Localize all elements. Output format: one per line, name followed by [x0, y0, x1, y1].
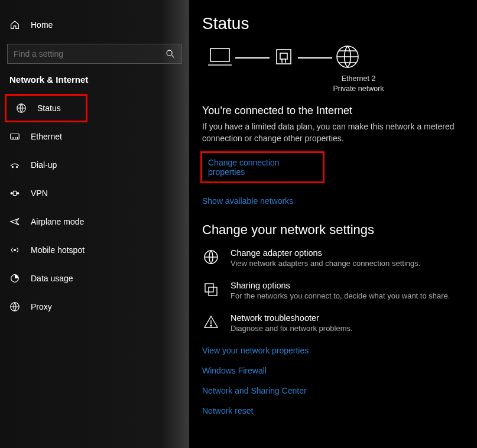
dialup-icon: [9, 160, 20, 170]
svg-rect-20: [277, 50, 291, 64]
sidebar-item-hotspot[interactable]: Mobile hotspot: [0, 236, 189, 264]
nav-label: Proxy: [31, 302, 52, 311]
nav-label: Data usage: [31, 274, 73, 283]
sharing-icon: [202, 281, 220, 298]
svg-rect-18: [210, 48, 229, 61]
section-title: Network & Internet: [0, 74, 189, 90]
highlight-change-props: Change connection properties: [200, 151, 325, 183]
setting-troubleshooter[interactable]: Network troubleshooter Diagnose and fix …: [202, 313, 459, 333]
sidebar-item-status[interactable]: Status: [5, 94, 87, 122]
svg-point-0: [167, 50, 172, 56]
svg-line-1: [172, 56, 174, 58]
sidebar-item-proxy[interactable]: Proxy: [0, 293, 189, 321]
setting-desc: Diagnose and fix network problems.: [231, 324, 353, 333]
vpn-icon: [9, 188, 20, 199]
home-label: Home: [31, 20, 53, 30]
home-link[interactable]: Home: [0, 14, 189, 35]
airplane-icon: [9, 216, 20, 227]
status-headline: You're connected to the Internet: [202, 105, 459, 117]
sidebar-item-datausage[interactable]: Data usage: [0, 264, 189, 293]
adapter-icon: [202, 248, 220, 266]
setting-adapter-options[interactable]: Change adapter options View network adap…: [202, 248, 459, 268]
pc-icon: [207, 45, 233, 70]
hotspot-icon: [9, 245, 20, 255]
setting-desc: View network adapters and change connect…: [231, 259, 420, 268]
nav-label: Status: [37, 103, 61, 113]
sidebar-item-vpn[interactable]: VPN: [0, 179, 189, 207]
conn-name: Ethernet 2: [258, 74, 459, 84]
datausage-icon: [9, 273, 20, 284]
network-sharing-center-link[interactable]: Network and Sharing Center: [202, 386, 459, 395]
sidebar-item-airplane[interactable]: Airplane mode: [0, 207, 189, 236]
svg-rect-26: [205, 284, 213, 292]
status-description: If you have a limited data plan, you can…: [202, 121, 459, 145]
sidebar-item-dialup[interactable]: Dial-up: [0, 151, 189, 179]
extra-links: View your network properties Windows Fir…: [202, 346, 459, 415]
nav-label: Dial-up: [31, 160, 57, 170]
svg-rect-21: [280, 53, 287, 59]
search-icon: [165, 48, 176, 59]
content-panel: Status Ethernet 2 Private network You're…: [189, 0, 477, 448]
setting-title: Sharing options: [231, 281, 450, 290]
svg-point-29: [210, 325, 212, 326]
change-connection-properties-link[interactable]: Change connection properties: [208, 158, 317, 177]
change-settings-heading: Change your network settings: [202, 222, 459, 238]
status-icon: [16, 103, 27, 113]
conn-type: Private network: [258, 84, 459, 94]
setting-sharing-options[interactable]: Sharing options For the networks you con…: [202, 281, 459, 300]
diagram-line: [235, 57, 270, 59]
nav-label: Airplane mode: [31, 217, 84, 226]
svg-point-8: [12, 167, 13, 168]
svg-point-9: [17, 167, 18, 168]
network-reset-link[interactable]: Network reset: [202, 406, 459, 415]
search-input[interactable]: [14, 49, 165, 59]
settings-sidebar: Home Network & Internet Status Ethernet …: [0, 0, 189, 448]
page-title: Status: [202, 14, 459, 33]
router-icon: [272, 45, 296, 70]
troubleshoot-icon: [202, 313, 220, 331]
diagram-line: [298, 57, 332, 59]
globe-icon: [335, 44, 361, 72]
home-icon: [9, 20, 20, 30]
view-network-properties-link[interactable]: View your network properties: [202, 346, 459, 355]
sidebar-item-ethernet[interactable]: Ethernet: [0, 122, 189, 151]
show-available-networks-link[interactable]: Show available networks: [202, 196, 293, 206]
network-diagram: [207, 44, 459, 72]
setting-desc: For the networks you connect to, decide …: [231, 291, 450, 300]
setting-title: Change adapter options: [231, 248, 420, 258]
svg-point-15: [14, 249, 16, 251]
nav-label: VPN: [31, 189, 48, 198]
setting-title: Network troubleshooter: [231, 313, 353, 323]
ethernet-icon: [9, 131, 20, 142]
windows-firewall-link[interactable]: Windows Firewall: [202, 366, 459, 375]
search-box[interactable]: [7, 44, 182, 64]
diagram-label: Ethernet 2 Private network: [258, 74, 459, 94]
svg-rect-12: [13, 191, 16, 195]
nav-label: Ethernet: [31, 132, 62, 141]
svg-rect-27: [209, 287, 217, 296]
proxy-icon: [9, 301, 20, 312]
nav-label: Mobile hotspot: [31, 245, 85, 255]
